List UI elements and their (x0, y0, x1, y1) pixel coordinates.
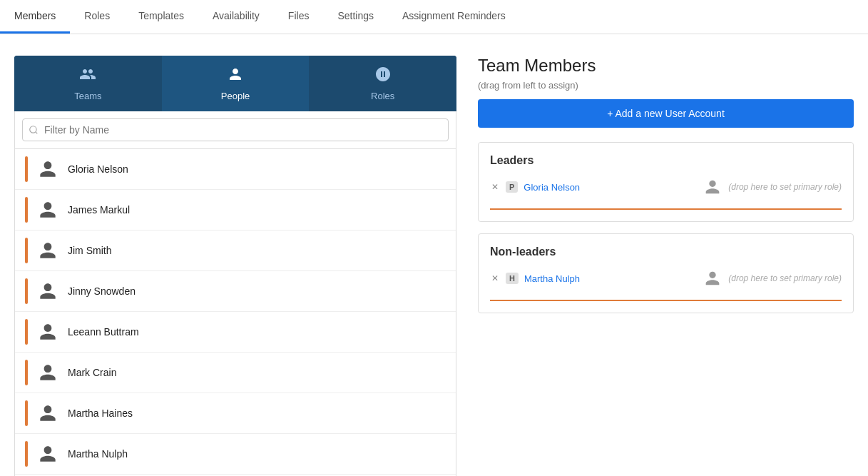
non-leaders-section: Non-leaders ✕ H Martha Nulph (drop here … (478, 233, 854, 313)
left-panel: Teams People Roles (14, 56, 456, 476)
tab-members[interactable]: Members (0, 0, 70, 34)
non-leader-drop-avatar (703, 268, 723, 288)
top-nav: Members Roles Templates Availability Fil… (0, 0, 868, 34)
member-avatar (36, 198, 59, 221)
leaders-section: Leaders ✕ P Gloria Nelson (drop here to … (478, 142, 854, 222)
member-accent (25, 238, 28, 263)
right-panel: Team Members (drag from left to assign) … (456, 56, 854, 476)
member-avatar (36, 402, 59, 425)
non-leader-member-link[interactable]: Martha Nulph (524, 273, 580, 284)
leader-remove-button[interactable]: ✕ (490, 182, 500, 192)
member-avatar (36, 239, 59, 262)
non-leader-remove-button[interactable]: ✕ (490, 273, 500, 283)
filter-input[interactable] (22, 118, 449, 141)
roles-icon (374, 66, 392, 86)
toggle-roles-label: Roles (371, 91, 394, 101)
member-name: James Markul (68, 204, 130, 216)
non-leader-drop-hint: (drop here to set primary role) (728, 273, 842, 283)
member-name: Jim Smith (68, 245, 111, 256)
member-name: Martha Haines (68, 407, 133, 419)
toggle-people-label: People (221, 91, 250, 101)
non-leader-member-row: ✕ H Martha Nulph (drop here to set prima… (490, 268, 842, 288)
toggle-row: Teams People Roles (14, 56, 456, 111)
member-accent (25, 319, 28, 345)
non-leader-role-badge: H (506, 273, 519, 284)
leaders-title: Leaders (490, 154, 842, 167)
leaders-drop-zone[interactable] (490, 204, 842, 210)
list-item[interactable]: Jim Smith (15, 231, 456, 271)
toggle-roles[interactable]: Roles (309, 56, 456, 111)
toggle-teams[interactable]: Teams (14, 56, 162, 111)
tab-templates[interactable]: Templates (124, 0, 198, 34)
leader-member-link[interactable]: Gloria Nelson (524, 182, 580, 193)
tab-files[interactable]: Files (274, 0, 324, 34)
toggle-teams-label: Teams (74, 91, 101, 101)
member-avatar (36, 442, 59, 465)
member-name: Gloria Nelson (68, 163, 128, 175)
member-accent (25, 441, 28, 467)
member-name: Leeann Buttram (68, 326, 139, 338)
member-avatar (36, 361, 59, 384)
add-user-button[interactable]: + Add a new User Account (478, 99, 854, 128)
tab-availability[interactable]: Availability (198, 0, 274, 34)
list-item[interactable]: Mark Crain (15, 353, 456, 393)
teams-icon (79, 66, 96, 86)
list-item[interactable]: Jinny Snowden (15, 271, 456, 312)
leader-drop-hint: (drop here to set primary role) (728, 182, 842, 192)
member-accent (25, 156, 28, 182)
toggle-people[interactable]: People (162, 56, 310, 111)
non-leaders-drop-zone[interactable] (490, 295, 842, 301)
member-name: Mark Crain (68, 367, 116, 378)
member-accent (25, 400, 28, 426)
filter-input-wrap (14, 111, 456, 149)
non-leaders-title: Non-leaders (490, 245, 842, 258)
main-content: Teams People Roles (0, 34, 868, 476)
member-avatar (36, 320, 59, 343)
people-icon (227, 66, 244, 86)
member-accent (25, 278, 28, 304)
member-avatar (36, 158, 59, 181)
member-accent (25, 360, 28, 385)
list-item[interactable]: Martha Nulph (15, 434, 456, 475)
list-item[interactable]: Leeann Buttram (15, 312, 456, 353)
list-item[interactable]: Martha Haines (15, 393, 456, 434)
members-list: Gloria NelsonJames MarkulJim SmithJinny … (14, 149, 456, 476)
leader-member-row: ✕ P Gloria Nelson (drop here to set prim… (490, 177, 842, 197)
tab-settings[interactable]: Settings (323, 0, 388, 34)
member-name: Jinny Snowden (68, 285, 136, 297)
member-name: Martha Nulph (68, 448, 128, 460)
leader-role-badge: P (506, 181, 518, 193)
list-item[interactable]: Gloria Nelson (15, 149, 456, 190)
drag-hint: (drag from left to assign) (478, 80, 854, 91)
leader-drop-avatar (703, 177, 723, 197)
member-accent (25, 197, 28, 223)
tab-assignment-reminders[interactable]: Assignment Reminders (388, 0, 520, 34)
tab-roles[interactable]: Roles (70, 0, 124, 34)
list-item[interactable]: James Markul (15, 190, 456, 231)
member-avatar (36, 280, 59, 303)
team-members-title: Team Members (478, 56, 854, 76)
